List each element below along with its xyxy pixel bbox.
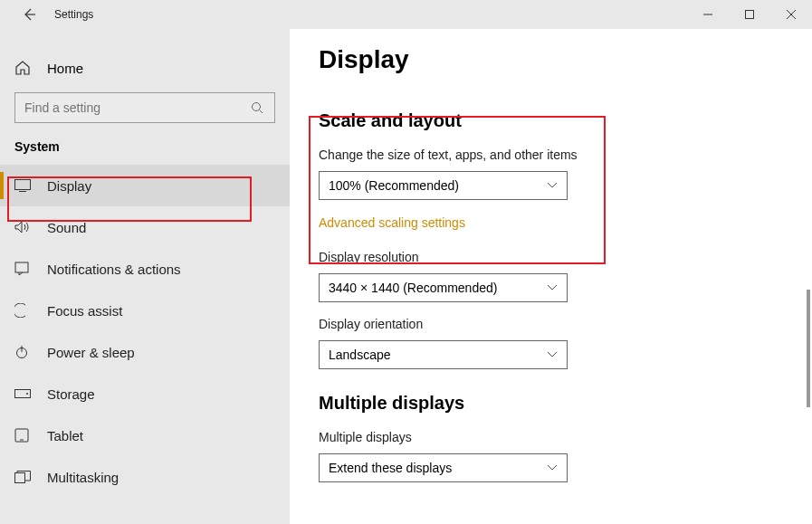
close-button[interactable] (770, 0, 812, 29)
maximize-icon (745, 10, 754, 19)
resolution-dropdown[interactable]: 3440 × 1440 (Recommended) (319, 273, 568, 302)
sidebar-item-label: Storage (47, 386, 95, 402)
power-icon (14, 345, 33, 359)
chevron-down-icon (547, 182, 558, 189)
text-size-label: Change the size of text, apps, and other… (319, 148, 812, 162)
sidebar: Home System Display Sound Notifications … (0, 29, 290, 524)
sidebar-item-power-sleep[interactable]: Power & sleep (0, 331, 290, 373)
sidebar-item-label: Power & sleep (47, 345, 135, 360)
display-icon (14, 179, 33, 192)
svg-point-4 (253, 103, 261, 111)
multi-displays-label: Multiple displays (319, 430, 812, 444)
sidebar-item-label: Multitasking (47, 470, 119, 485)
multitasking-icon (14, 471, 33, 483)
svg-line-5 (260, 110, 263, 114)
maximize-button[interactable] (729, 0, 770, 29)
svg-rect-1 (746, 11, 754, 19)
back-button[interactable] (14, 0, 43, 29)
section-heading-multi: Multiple displays (319, 393, 812, 414)
orientation-label: Display orientation (319, 317, 812, 331)
dropdown-value: 100% (Recommended) (329, 178, 459, 193)
svg-point-12 (26, 393, 28, 395)
svg-rect-6 (15, 180, 31, 190)
sidebar-item-label: Display (47, 178, 91, 194)
sound-icon (14, 220, 33, 234)
home-icon (14, 60, 33, 76)
advanced-scaling-link[interactable]: Advanced scaling settings (319, 215, 465, 230)
section-heading-scale: Scale and layout (319, 110, 812, 131)
sidebar-item-label: Tablet (47, 428, 83, 443)
text-size-dropdown[interactable]: 100% (Recommended) (319, 171, 568, 200)
svg-rect-8 (15, 262, 28, 272)
home-label: Home (47, 61, 83, 76)
tablet-icon (14, 428, 33, 443)
orientation-dropdown[interactable]: Landscape (319, 340, 568, 369)
sidebar-item-label: Notifications & actions (47, 262, 181, 277)
sidebar-item-tablet[interactable]: Tablet (0, 414, 290, 456)
storage-icon (14, 389, 33, 398)
focus-assist-icon (14, 303, 33, 318)
dropdown-value: 3440 × 1440 (Recommended) (329, 281, 497, 295)
dropdown-value: Landscape (329, 348, 391, 362)
titlebar: Settings (0, 0, 812, 29)
dropdown-value: Extend these displays (329, 461, 452, 475)
sidebar-item-notifications[interactable]: Notifications & actions (0, 248, 290, 290)
notifications-icon (14, 262, 33, 276)
page-title: Display (319, 45, 812, 74)
window-title: Settings (54, 8, 93, 21)
search-box[interactable] (14, 92, 275, 123)
sidebar-item-label: Focus assist (47, 303, 122, 319)
chevron-down-icon (547, 351, 558, 358)
sidebar-item-storage[interactable]: Storage (0, 373, 290, 414)
window-controls (687, 0, 812, 29)
resolution-label: Display resolution (319, 250, 812, 264)
chevron-down-icon (547, 284, 558, 291)
search-input[interactable] (24, 100, 251, 115)
minimize-button[interactable] (687, 0, 729, 29)
multi-displays-dropdown[interactable]: Extend these displays (319, 453, 568, 482)
arrow-left-icon (22, 7, 36, 22)
search-icon (251, 101, 265, 114)
sidebar-item-display[interactable]: Display (0, 165, 290, 206)
main-panel: Display Scale and layout Change the size… (290, 29, 812, 524)
sidebar-item-multitasking[interactable]: Multitasking (0, 456, 290, 498)
home-link[interactable]: Home (0, 52, 290, 83)
sidebar-item-sound[interactable]: Sound (0, 206, 290, 248)
svg-rect-15 (15, 473, 25, 483)
sidebar-item-label: Sound (47, 220, 86, 235)
close-icon (787, 10, 796, 19)
chevron-down-icon (547, 464, 558, 472)
sidebar-item-focus-assist[interactable]: Focus assist (0, 290, 290, 331)
minimize-icon (703, 10, 712, 19)
scrollbar-thumb[interactable] (807, 290, 810, 407)
sidebar-group-heading: System (0, 139, 290, 165)
